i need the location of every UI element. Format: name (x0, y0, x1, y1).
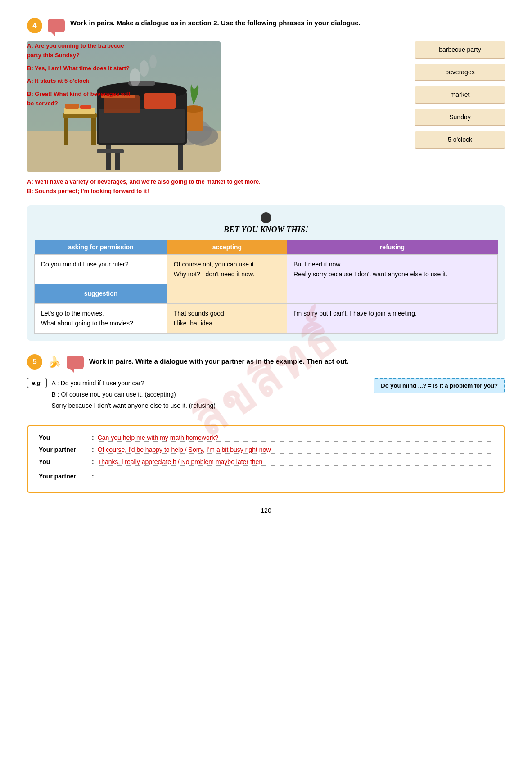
section4-header: 4 Work in pairs. Make a dialogue as in s… (27, 18, 505, 33)
eg-content: A : Do you mind if I use your car? B : O… (51, 378, 365, 412)
table-row-suggestion: Let's go to the movies.What about going … (35, 303, 498, 333)
speech-bubble-icon (261, 212, 271, 223)
svg-rect-17 (144, 93, 176, 109)
table-row-permission: Do you mind if I use your ruler? Of cour… (35, 254, 498, 284)
practice-colon-0: : (92, 434, 94, 441)
practice-colon-3: : (92, 473, 94, 480)
dialogue-overlay: A: Are you coming to the barbecue party … (27, 41, 135, 112)
td-suggestion-refusing (287, 284, 498, 303)
speech-bubble-container (34, 212, 498, 223)
phrase-list: barbecue party beverages market Sunday 5… (415, 41, 505, 196)
section4-instruction: Work in pairs. Make a dialogue as in sec… (70, 18, 361, 28)
dialogue-line-1: A: Are you coming to the barbecue party … (27, 41, 135, 60)
practice-label-3: Your partner (39, 473, 88, 480)
practice-label-0: You (39, 434, 88, 441)
eg-main: e.g. A : Do you mind if I use your car? … (27, 378, 365, 421)
svg-rect-10 (115, 152, 120, 170)
th-asking: asking for permission (35, 240, 167, 255)
banana-icon: 🍌 (48, 356, 61, 368)
practice-answer-1: Of course, I'd be happy to help / Sorry,… (98, 446, 493, 454)
section4-number: 4 (27, 18, 42, 33)
section5-eg-area: e.g. A : Do you mind if I use your car? … (27, 378, 505, 421)
bet-title: BET YOU KNOW THIS! (34, 225, 498, 235)
svg-point-19 (140, 60, 149, 77)
eg-line-1: A : Do you mind if I use your car? (51, 378, 365, 389)
svg-rect-23 (91, 118, 96, 145)
practice-row-0: You : Can you help me with my math homew… (39, 434, 493, 442)
svg-rect-8 (106, 145, 111, 170)
td-suggestion-label: suggestion (35, 284, 167, 303)
eg-line-2: B : Of course not, you can use it. (acce… (51, 389, 365, 400)
phrase-box-3: Sunday (415, 109, 505, 126)
td-accepting-permission: Of course not, you can use it.Why not? I… (167, 254, 287, 284)
dialogue-line-2: B: Yes, I am! What time does it start? (27, 64, 135, 73)
bet-table: asking for permission accepting refusing… (34, 240, 498, 334)
practice-row-2: You : Thanks, i really appreciate it / N… (39, 458, 493, 466)
phrase-box-2: market (415, 86, 505, 104)
th-accepting: accepting (167, 240, 287, 255)
eg-example: e.g. A : Do you mind if I use your car? … (27, 378, 365, 412)
chat-icon (48, 19, 65, 32)
phrase-box-4: 5 o'clock (415, 131, 505, 149)
dialogue-line-3: A: It starts at 5 o'clock. (27, 77, 135, 86)
td-refusing-permission: But I need it now.Really sorry because I… (287, 254, 498, 284)
td-asking-permission: Do you mind if I use your ruler? (35, 254, 167, 284)
svg-rect-11 (97, 149, 124, 153)
practice-label-1: Your partner (39, 446, 88, 453)
section5-header: 5 🍌 Work in pairs. Write a dialogue with… (27, 354, 505, 370)
svg-point-20 (149, 55, 157, 68)
practice-row-3: Your partner : (39, 470, 493, 480)
section5-instruction: Work in pairs. Write a dialogue with you… (89, 356, 348, 367)
chat-icon-5 (67, 356, 84, 369)
practice-blank-3[interactable] (98, 470, 493, 478)
page-number: 120 (27, 507, 505, 514)
left-area: A: Are you coming to the barbecue party … (27, 41, 406, 196)
bet-section: BET YOU KNOW THIS! asking for permission… (27, 205, 505, 341)
tip-box: Do you mind ...? = Is it a problem for y… (374, 378, 505, 393)
practice-answer-0: Can you help me with my math homework? (98, 434, 493, 442)
th-refusing: refusing (287, 240, 498, 255)
phrase-box-0: barbecue party (415, 41, 505, 59)
practice-box: You : Can you help me with my math homew… (27, 425, 505, 493)
svg-rect-9 (178, 145, 183, 170)
dialogue-line-4: B: Great! What kind of beverages will be… (27, 90, 135, 108)
practice-colon-1: : (92, 446, 94, 453)
td-suggestion-asking: Let's go to the movies.What about going … (35, 303, 167, 333)
section4-body: A: Are you coming to the barbecue party … (27, 41, 505, 196)
section5-number: 5 (27, 354, 42, 370)
practice-answer-2: Thanks, i really appreciate it / No prob… (98, 458, 493, 466)
practice-label-2: You (39, 458, 88, 465)
phrase-box-1: beverages (415, 64, 505, 81)
td-suggestion-refusing-text: I'm sorry but I can't. I have to join a … (287, 303, 498, 333)
practice-colon-2: : (92, 458, 94, 465)
td-suggestion-accepting-text: That sounds good.I like that idea. (167, 303, 287, 333)
eg-label: e.g. (27, 378, 47, 388)
svg-rect-22 (64, 118, 68, 145)
eg-line-3: Sorry because I don't want anyone else t… (51, 400, 365, 411)
dialogue-line-6: B: Sounds perfect; I'm looking forward t… (27, 187, 406, 196)
svg-rect-14 (99, 109, 185, 143)
td-suggestion-accepting (167, 284, 287, 303)
practice-row-1: Your partner : Of course, I'd be happy t… (39, 446, 493, 454)
dialogue-line-5: A: We'll have a variety of beverages, an… (27, 177, 406, 187)
table-row-suggestion-header: suggestion (35, 284, 498, 303)
dialogue-below: A: We'll have a variety of beverages, an… (27, 177, 406, 196)
